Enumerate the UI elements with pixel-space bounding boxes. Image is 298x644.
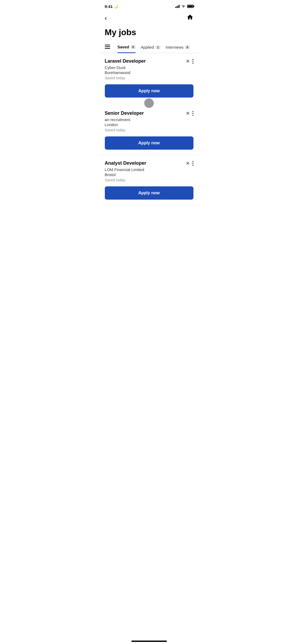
home-button[interactable]: [187, 14, 193, 22]
more-button-2[interactable]: [192, 111, 193, 116]
job-company-3: LOM Financial Limited: [105, 167, 193, 172]
tab-interviews-label: Interviews: [166, 45, 184, 49]
job-location-2: London: [105, 122, 193, 127]
job-company-2: air-recruitment: [105, 117, 193, 122]
menu-icon[interactable]: [105, 45, 110, 50]
tab-interviews-badge: 0: [185, 45, 190, 49]
tab-applied-badge: 1: [156, 45, 160, 49]
svg-rect-0: [175, 7, 176, 8]
tab-applied[interactable]: Applied 1: [141, 42, 160, 53]
job-location-1: Borehamwood: [105, 70, 193, 75]
svg-rect-4: [105, 45, 110, 45]
tab-interviews[interactable]: Interviews 0: [166, 42, 190, 53]
job-location-3: Bristol: [105, 172, 193, 177]
job-saved-time-1: Saved today: [105, 76, 193, 80]
jobs-list: Laravel Developer ✕ Cyber-Duck Borehamwo…: [100, 53, 199, 205]
svg-rect-1: [176, 6, 177, 8]
job-saved-time-2: Saved today: [105, 128, 193, 132]
svg-rect-5: [105, 46, 110, 47]
job-card-3: Analyst Developer ✕ LOM Financial Limite…: [100, 155, 199, 205]
job-card-2: Senior Developer ✕ air-recruitment Londo…: [100, 103, 199, 155]
close-button-2[interactable]: ✕: [186, 111, 190, 116]
tab-applied-label: Applied: [141, 45, 154, 49]
apply-button-2[interactable]: Apply now: [105, 136, 193, 150]
back-button[interactable]: ‹: [105, 14, 107, 22]
signal-icon: [175, 5, 180, 8]
close-button-1[interactable]: ✕: [186, 58, 190, 64]
close-button-3[interactable]: ✕: [186, 160, 190, 166]
nav-bar: ‹: [100, 12, 199, 24]
svg-rect-2: [178, 6, 178, 8]
status-icons: [175, 5, 193, 8]
job-title-3: Analyst Developer: [105, 160, 183, 166]
status-time: 9:41: [105, 4, 113, 9]
more-button-3[interactable]: [192, 161, 193, 166]
tab-saved[interactable]: Saved 8: [118, 42, 136, 53]
tab-saved-badge: 8: [131, 45, 136, 49]
job-actions-1: ✕: [186, 58, 193, 64]
battery-icon: [187, 5, 193, 8]
page-title: My jobs: [100, 24, 199, 42]
tab-saved-label: Saved: [118, 45, 129, 49]
job-actions-3: ✕: [186, 160, 193, 166]
job-card-1: Laravel Developer ✕ Cyber-Duck Borehamwo…: [100, 53, 199, 103]
job-actions-2: ✕: [186, 111, 193, 116]
job-saved-time-3: Saved today: [105, 178, 193, 182]
more-button-1[interactable]: [192, 59, 193, 64]
status-bar: 9:41 🌙: [100, 0, 199, 12]
scroll-dot: [144, 98, 154, 108]
job-card-header-2: Senior Developer ✕: [105, 111, 193, 116]
job-card-header-3: Analyst Developer ✕: [105, 160, 193, 166]
job-card-header-1: Laravel Developer ✕: [105, 58, 193, 64]
svg-rect-3: [179, 5, 179, 8]
tabs-container: Saved 8 Applied 1 Interviews 0: [100, 42, 199, 53]
moon-icon: 🌙: [114, 4, 118, 8]
job-company-1: Cyber-Duck: [105, 65, 193, 70]
job-title-2: Senior Developer: [105, 111, 183, 116]
apply-button-3[interactable]: Apply now: [105, 186, 193, 200]
job-title-1: Laravel Developer: [105, 58, 183, 64]
apply-button-1[interactable]: Apply now: [105, 84, 193, 98]
svg-rect-6: [105, 48, 110, 49]
wifi-icon: [181, 5, 186, 8]
